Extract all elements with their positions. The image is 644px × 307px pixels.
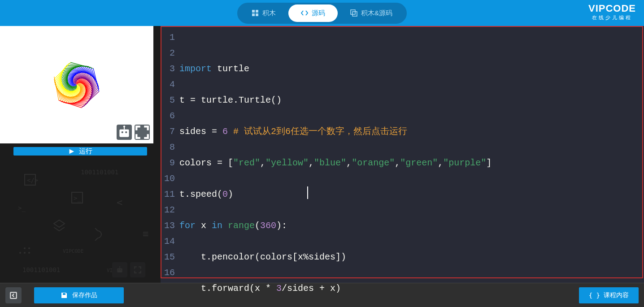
line-number: 13 (161, 218, 178, 233)
code-line[interactable] (179, 171, 644, 186)
svg-line-19 (78, 84, 78, 85)
fullscreen-button[interactable] (135, 125, 150, 140)
code-line[interactable]: t.speed(0) (179, 186, 644, 202)
svg-line-11 (76, 84, 77, 85)
play-icon (68, 148, 74, 155)
svg-point-220 (28, 247, 30, 249)
code-line[interactable] (179, 77, 644, 92)
line-number: 14 (161, 233, 178, 249)
main: 运行 1001101001 </> >_ < >_ ≡ (0, 26, 644, 283)
code-icon (301, 9, 308, 17)
code-line[interactable]: t = turtle.Turtle() (179, 92, 644, 108)
code-line[interactable]: colors = ["red","yellow","blue","orange"… (179, 155, 644, 171)
svg-point-223 (28, 252, 30, 254)
code-content[interactable]: import turtle t = turtle.Turtle() sides … (178, 26, 644, 283)
svg-line-22 (75, 84, 75, 86)
svg-rect-227 (117, 268, 122, 272)
svg-line-28 (74, 84, 74, 86)
code-line[interactable]: sides = 6 # 试试从2到6任选一个数字，然后点击运行 (179, 124, 644, 139)
svg-line-40 (73, 82, 74, 86)
line-number: 9 (161, 155, 178, 171)
line-number: 12 (161, 202, 178, 218)
line-number: 11 (161, 186, 178, 202)
robot-button[interactable] (117, 125, 132, 140)
code-line[interactable]: for x in range(360): (179, 218, 644, 233)
code-line[interactable] (179, 139, 644, 155)
save-button[interactable]: 保存作品 (34, 287, 124, 303)
tab-source-label: 源码 (312, 9, 325, 17)
robot-icon (117, 125, 132, 140)
svg-point-222 (24, 252, 26, 254)
svg-text:1001101001: 1001101001 (81, 169, 118, 176)
brand-text: VIPCODE (588, 3, 636, 14)
svg-text:1001101001: 1001101001 (22, 266, 60, 273)
collapse-sidebar-button[interactable] (5, 287, 22, 303)
svg-text:VIPCODE: VIPCODE (63, 248, 83, 254)
line-number: 16 (161, 265, 178, 281)
svg-rect-0 (252, 10, 255, 13)
tab-source[interactable]: 源码 (288, 4, 338, 22)
cursor (307, 186, 308, 199)
svg-rect-206 (119, 130, 129, 137)
svg-rect-232 (10, 292, 17, 298)
line-number: 5 (161, 92, 178, 108)
run-button[interactable]: 运行 (13, 147, 147, 156)
svg-line-18 (76, 83, 78, 84)
code-editor[interactable]: 12345678910111213141516 import turtle t … (161, 26, 644, 283)
fullscreen-icon (134, 266, 142, 274)
svg-point-221 (19, 252, 21, 254)
line-number: 3 (161, 61, 178, 77)
left-panel: 运行 1001101001 </> >_ < >_ ≡ (0, 26, 161, 283)
code-line[interactable] (179, 202, 644, 218)
svg-rect-4 (351, 10, 355, 14)
robot-icon (116, 266, 124, 274)
svg-point-231 (119, 266, 120, 267)
code-line[interactable] (179, 296, 644, 307)
fullscreen-button-2[interactable] (130, 262, 145, 277)
layers-icon (350, 9, 357, 17)
collapse-icon (9, 291, 17, 299)
turtle-preview (0, 26, 153, 143)
line-number: 2 (161, 45, 178, 61)
line-gutter: 12345678910111213141516 (161, 26, 178, 283)
blocks-icon (252, 9, 259, 17)
svg-point-208 (125, 131, 127, 133)
line-number: 4 (161, 77, 178, 92)
tab-blocks[interactable]: 积木 (239, 4, 288, 22)
line-number: 6 (161, 108, 178, 124)
code-line[interactable]: t.forward(x * 3/sides + x) (179, 281, 644, 296)
robot-button-2[interactable] (112, 262, 127, 277)
svg-text:<: < (117, 197, 122, 208)
view-tab-group: 积木 源码 积木&源码 (237, 3, 407, 24)
save-button-label: 保存作品 (72, 291, 97, 299)
brand-logo: VIPCODE 在线少儿编程 (588, 3, 636, 21)
code-line[interactable]: t.pencolor(colors[x%sides]) (179, 249, 644, 265)
svg-line-25 (78, 83, 79, 86)
watermark-area: 1001101001 </> >_ < >_ ≡ VIPCODE 1001101… (0, 156, 161, 283)
line-number: 15 (161, 249, 178, 265)
svg-point-207 (122, 131, 123, 133)
svg-text:>_: >_ (74, 195, 81, 202)
tab-both[interactable]: 积木&源码 (338, 4, 405, 22)
svg-line-31 (79, 83, 79, 86)
code-line[interactable]: import turtle (179, 61, 644, 77)
run-button-label: 运行 (79, 147, 92, 156)
topbar: 积木 源码 积木&源码 VIPCODE 在线少儿编程 (0, 0, 644, 26)
svg-point-219 (24, 247, 26, 249)
svg-text:>_: >_ (18, 204, 26, 212)
svg-point-210 (123, 125, 125, 127)
svg-text:</>: </> (27, 177, 38, 184)
tab-both-label: 积木&源码 (361, 9, 392, 17)
svg-rect-1 (256, 10, 258, 13)
code-line[interactable] (179, 233, 644, 249)
svg-line-14 (77, 85, 77, 86)
svg-text:≡: ≡ (143, 228, 148, 239)
brand-tagline: 在线少儿编程 (588, 14, 636, 21)
svg-rect-5 (352, 12, 357, 16)
tab-blocks-label: 积木 (262, 9, 276, 17)
code-line[interactable] (179, 265, 644, 281)
code-line[interactable] (179, 108, 644, 124)
fullscreen-icon (135, 125, 150, 140)
svg-rect-3 (256, 13, 258, 16)
line-number: 7 (161, 124, 178, 139)
